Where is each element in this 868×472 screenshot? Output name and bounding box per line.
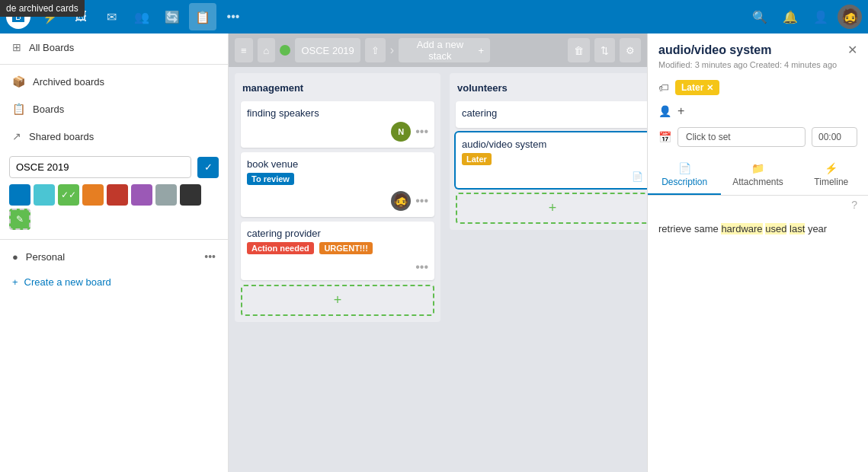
nav-icon-bell[interactable]: 🔔 xyxy=(777,3,804,30)
nav-icon-profile[interactable]: 👤 xyxy=(807,3,834,30)
stack-management: management finding speakers N ••• book v… xyxy=(235,73,440,322)
board-title-text: OSCE 2019 xyxy=(301,45,354,56)
shared-boards-label: Shared boards xyxy=(29,131,94,142)
menu-button[interactable]: ≡ xyxy=(235,38,253,62)
boards-icon: 📋 xyxy=(12,103,25,115)
right-panel: audio/video system ✕ Modified: 3 minutes… xyxy=(647,33,868,472)
grid-icon: ⊞ xyxy=(12,41,21,53)
sidebar-item-archived[interactable]: 📦 Archived boards xyxy=(0,68,228,95)
color-swatch-custom[interactable]: ✎ xyxy=(9,209,30,230)
card-detail-title: audio/video system xyxy=(658,43,772,57)
add-card-volunteers-button[interactable]: + xyxy=(456,193,647,224)
personal-more-icon[interactable]: ••• xyxy=(204,250,216,263)
card-title: audio/video system xyxy=(462,139,643,150)
tags-section: 🏷 Later ✕ xyxy=(648,75,868,100)
close-panel-button[interactable]: ✕ xyxy=(847,43,857,57)
description-text: retrieve same hardware used last year xyxy=(658,222,857,237)
plus-icon: + xyxy=(12,276,18,288)
nav-icon-search[interactable]: 🔍 xyxy=(746,3,774,30)
tab-timeline[interactable]: ⚡ Timeline xyxy=(795,156,868,195)
card-avatar-n: N xyxy=(391,122,411,142)
top-nav: de archived cards 🅱 ⚡ 🖼 ✉ 👥 🔄 📋 ••• 🔍 🔔 … xyxy=(0,0,868,33)
card-detail-meta: Modified: 3 minutes ago Created: 4 minut… xyxy=(648,60,868,75)
breadcrumb-arrow: › xyxy=(390,43,394,57)
tag-later: Later ✕ xyxy=(675,80,719,95)
tag-text: Later xyxy=(681,82,703,93)
share-button[interactable]: ⇧ xyxy=(365,38,386,62)
help-icon[interactable]: ? xyxy=(648,196,868,214)
user-avatar[interactable]: 🧔 xyxy=(838,5,862,29)
time-input[interactable] xyxy=(812,127,857,147)
nav-icon-boards[interactable]: 📋 xyxy=(189,3,216,30)
sidebar-item-all-boards[interactable]: ⊞ All Boards xyxy=(0,33,228,61)
sidebar-divider-2 xyxy=(0,239,228,240)
tag-icon: 🏷 xyxy=(658,81,669,94)
board-selector: ✓ xyxy=(0,150,228,184)
color-swatch-green[interactable]: ✓ xyxy=(58,184,79,206)
boards-label: Boards xyxy=(33,104,64,115)
calendar-icon: 📅 xyxy=(658,131,671,143)
card-catering[interactable]: catering xyxy=(456,101,647,128)
archive-icon: 📦 xyxy=(12,75,25,88)
board-name-input[interactable] xyxy=(9,156,191,178)
color-swatch-blue[interactable] xyxy=(9,184,30,206)
card-more-button[interactable]: ••• xyxy=(415,194,428,208)
color-swatch-dark[interactable] xyxy=(180,184,201,206)
stack-title-management: management xyxy=(241,79,434,97)
description-content: retrieve same hardware used last year xyxy=(648,214,868,472)
add-stack-button[interactable]: Add a new stack + xyxy=(399,38,490,62)
tab-attachments[interactable]: 📁 Attachments xyxy=(721,156,794,195)
settings-button[interactable]: ⚙ xyxy=(620,38,641,62)
sidebar-item-boards[interactable]: 📋 Boards xyxy=(0,95,228,123)
nav-icon-users[interactable]: 👥 xyxy=(128,3,155,30)
board-title-button[interactable]: OSCE 2019 xyxy=(295,38,360,62)
color-swatch-teal[interactable] xyxy=(34,184,55,206)
nav-icon-refresh[interactable]: 🔄 xyxy=(159,3,186,30)
delete-button[interactable]: 🗑 xyxy=(568,38,590,62)
home-button[interactable]: ⌂ xyxy=(258,38,276,62)
click-to-set-date-button[interactable]: Click to set xyxy=(677,127,806,147)
add-member-button[interactable]: + xyxy=(677,104,684,118)
highlight-last: last xyxy=(790,223,805,234)
create-board-button[interactable]: + Create a new board xyxy=(0,270,228,294)
card-avatar-user: 🧔 xyxy=(391,191,411,211)
card-more-button[interactable]: ••• xyxy=(415,125,428,139)
color-swatch-red[interactable] xyxy=(107,184,128,206)
card-book-venue[interactable]: book venue To review 🧔 ••• xyxy=(241,152,434,217)
highlight-used: used xyxy=(765,223,786,234)
sidebar-section-personal[interactable]: ● Personal ••• xyxy=(0,243,228,270)
color-swatches: ✓ ✎ xyxy=(0,184,228,236)
plus-icon: + xyxy=(479,45,485,56)
timeline-tab-icon: ⚡ xyxy=(825,162,838,174)
right-panel-header: audio/video system ✕ xyxy=(648,33,868,60)
board-area: ≡ ⌂ OSCE 2019 ⇧ › Add a new stack + 🗑 ⇅ … xyxy=(229,33,647,472)
color-swatch-purple[interactable] xyxy=(131,184,152,206)
sidebar-divider-1 xyxy=(0,64,228,65)
card-audio-video[interactable]: audio/video system Later 📄 xyxy=(456,132,647,188)
detail-tabs: 📄 Description 📁 Attachments ⚡ Timeline xyxy=(648,156,868,196)
attachments-tab-icon: 📁 xyxy=(751,162,764,174)
archived-boards-label: Archived boards xyxy=(33,76,104,88)
board-name-confirm-button[interactable]: ✓ xyxy=(197,157,219,178)
create-board-label: Create a new board xyxy=(24,276,111,288)
card-footer: 📄 xyxy=(462,171,643,182)
nav-icon-more[interactable]: ••• xyxy=(219,3,247,30)
nav-icon-mail[interactable]: ✉ xyxy=(98,3,125,30)
board-header: ≡ ⌂ OSCE 2019 ⇧ › Add a new stack + 🗑 ⇅ … xyxy=(229,33,647,67)
color-swatch-gray[interactable] xyxy=(155,184,177,206)
card-catering-provider[interactable]: catering provider Action needed URGENT!!… xyxy=(241,222,434,280)
tab-attachments-label: Attachments xyxy=(732,177,783,187)
filter-button[interactable]: ⇅ xyxy=(594,38,615,62)
card-more-button[interactable]: ••• xyxy=(415,260,428,274)
sidebar-item-shared[interactable]: ↗ Shared boards xyxy=(0,123,228,150)
card-finding-speakers[interactable]: finding speakers N ••• xyxy=(241,101,434,148)
tab-timeline-label: Timeline xyxy=(814,177,848,187)
card-label-later: Later xyxy=(462,153,492,165)
tag-remove-button[interactable]: ✕ xyxy=(706,83,713,93)
add-card-management-button[interactable]: + xyxy=(241,285,434,316)
color-swatch-orange[interactable] xyxy=(82,184,104,206)
all-boards-label: All Boards xyxy=(29,42,74,53)
tab-description[interactable]: 📄 Description xyxy=(648,156,721,195)
description-tab-icon: 📄 xyxy=(678,162,691,174)
add-stack-label: Add a new stack xyxy=(405,39,475,62)
